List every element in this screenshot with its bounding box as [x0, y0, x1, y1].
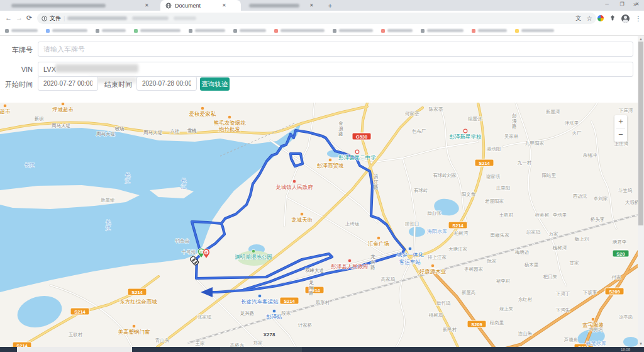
- map-label: 好森源木业: [419, 268, 447, 275]
- info-icon[interactable]: [42, 16, 47, 21]
- svg-text:起: 起: [200, 250, 203, 254]
- extension-colorful-icon[interactable]: [597, 15, 604, 21]
- bookmark-favicon: [46, 29, 50, 33]
- map-label: 枣树园家: [464, 266, 484, 272]
- bookmark-item[interactable]: [46, 29, 87, 33]
- map-label: 后山张: [427, 210, 441, 216]
- map-label: 塘君李: [612, 239, 627, 245]
- map-label: 坪城超市: [52, 106, 74, 113]
- bookmark-item[interactable]: [274, 29, 325, 33]
- window-minimize-button[interactable]: ─: [602, 1, 611, 7]
- blurred-tab-title: [11, 4, 106, 8]
- scroll-down-icon[interactable]: ▾: [638, 341, 644, 346]
- taskbar-segment: [17, 347, 132, 352]
- map-label: 杀猪冲: [583, 152, 597, 158]
- map-label: 长江: [105, 220, 111, 231]
- map-label: 石球岭刘家: [433, 173, 457, 178]
- forward-button[interactable]: →: [16, 14, 23, 21]
- bookmark-favicon: [274, 29, 278, 33]
- map-label: 龙城天街: [291, 217, 313, 223]
- road-shield-text: S209: [471, 322, 482, 327]
- map-label: 槐树湾: [553, 245, 567, 251]
- map-label: 下庄湾: [619, 108, 633, 113]
- bookmark-star-icon[interactable]: ☆: [586, 14, 592, 23]
- poi-icon: [591, 317, 595, 321]
- new-tab-button[interactable]: +: [326, 2, 334, 9]
- map-label: 火厂: [572, 130, 582, 136]
- map-label: 杷口朱: [543, 274, 558, 280]
- map-label: 阳站里: [542, 173, 557, 178]
- map-label: 东红村: [518, 297, 533, 302]
- browser-menu-icon[interactable]: ⋮: [635, 15, 641, 22]
- blurred-bookmark-title: [102, 29, 126, 32]
- bookmark-item[interactable]: [134, 29, 180, 33]
- poi-icon: [272, 309, 276, 313]
- poi-icon: [348, 259, 352, 263]
- map-label: 计家桥: [298, 322, 313, 328]
- translate-icon[interactable]: 文: [575, 14, 581, 23]
- map-label: 周马大堤: [96, 131, 115, 137]
- map-label: 庄里阳: [496, 185, 511, 191]
- bookmark-item[interactable]: [381, 29, 413, 33]
- poi-icon: [258, 294, 262, 298]
- map-canvas[interactable]: G530S214S214S214S214S214S214S214S20S209S…: [0, 103, 644, 347]
- start-time-input[interactable]: [38, 76, 98, 91]
- map-label: 畈上刘: [575, 236, 589, 242]
- tab-document[interactable]: Document ✕: [160, 0, 241, 11]
- bookmark-item[interactable]: [96, 29, 126, 33]
- road-shield-text: S214: [74, 309, 86, 315]
- map-label: 桃树坞: [429, 312, 443, 318]
- map-label: 青山头: [155, 338, 170, 343]
- bookmark-item[interactable]: [5, 29, 38, 33]
- blurred-bookmark-title: [387, 29, 413, 32]
- zoom-out-button[interactable]: −: [614, 128, 627, 141]
- map-label: 斗笠坞: [618, 188, 633, 193]
- map-label: 钓鱼台: [175, 238, 190, 244]
- bookmark-item[interactable]: [189, 29, 225, 33]
- close-icon[interactable]: ✕: [145, 3, 149, 8]
- zoom-in-button[interactable]: +: [614, 115, 627, 128]
- bookmark-item[interactable]: [472, 29, 507, 33]
- school-icon: [464, 129, 467, 133]
- blurred-bookmark-title: [427, 29, 464, 32]
- window-maximize-button[interactable]: ❐: [618, 1, 626, 7]
- map-label: 港塝阳: [487, 146, 501, 152]
- map-label: 铁笼水库: [586, 341, 606, 346]
- end-time-input[interactable]: [136, 76, 197, 91]
- map-label: 彭泽商贸城: [317, 162, 344, 169]
- bookmark-favicon: [333, 29, 336, 33]
- bookmark-item[interactable]: [515, 29, 554, 33]
- map-label: 后竹坞: [436, 300, 451, 306]
- map-label: 炮竹批发: [218, 126, 241, 132]
- map-label: 阳文恭: [462, 191, 476, 197]
- query-track-button[interactable]: 查询轨迹: [200, 77, 230, 91]
- pin-extension-icon[interactable]: [609, 15, 616, 21]
- lake: [409, 227, 425, 237]
- bookmark-favicon: [5, 29, 9, 33]
- tab-blurred-1[interactable]: ✕: [5, 0, 158, 11]
- tab-blurred-2[interactable]: ✕: [243, 0, 322, 11]
- bookmark-item[interactable]: [233, 29, 266, 33]
- scroll-up-icon[interactable]: ▴: [638, 37, 644, 42]
- bookmarks-overflow-chevron[interactable]: »: [633, 1, 636, 8]
- plate-input[interactable]: [38, 42, 633, 57]
- map-label: 泮坑里: [565, 120, 579, 126]
- browser-toolbar: ← → ⟳ 文件 | 文 ☆ ⋮: [0, 11, 644, 26]
- map-label: 新坝: [35, 116, 45, 122]
- close-icon[interactable]: ✕: [309, 3, 314, 8]
- poi-icon: [408, 247, 412, 251]
- reload-button[interactable]: ⟳: [26, 14, 32, 22]
- page-scrollbar[interactable]: ▴ ▾: [638, 36, 644, 347]
- bookmark-item[interactable]: [333, 29, 373, 33]
- map-zoom-control: + −: [614, 115, 627, 142]
- scrollbar-thumb[interactable]: [638, 42, 643, 225]
- back-button[interactable]: ←: [5, 14, 12, 21]
- blurred-bookmark-title: [339, 29, 373, 32]
- close-icon[interactable]: ✕: [222, 3, 226, 8]
- address-bar[interactable]: 文件 | 文 ☆: [37, 13, 596, 24]
- start-time-label: 开始时间: [4, 80, 33, 89]
- globe-icon: [165, 3, 172, 9]
- profile-avatar[interactable]: [621, 14, 630, 23]
- map-label: 汇金广场: [368, 241, 389, 247]
- bookmark-item[interactable]: [421, 29, 464, 33]
